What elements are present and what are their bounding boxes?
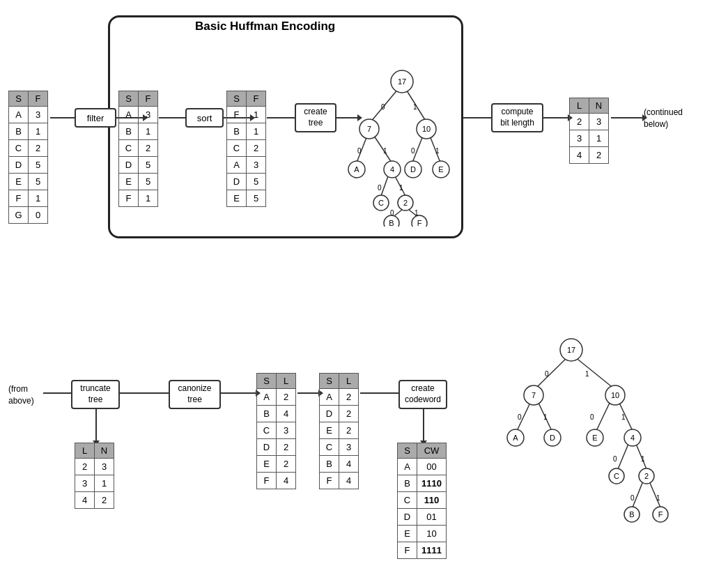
arrow-codeword-down <box>423 409 424 441</box>
filter-label: filter <box>87 113 104 123</box>
sort-label: sort <box>197 113 212 123</box>
compute-bit-length-box: computebit length <box>491 103 543 132</box>
sorted-table1-container: SF A3 B1 C2 D5 E5 F1 <box>118 91 158 207</box>
arrow-sorted2-tree <box>267 117 295 118</box>
svg-text:17: 17 <box>567 346 575 354</box>
create-tree-box: createtree <box>295 103 336 132</box>
svg-text:0: 0 <box>518 413 522 421</box>
truncate-table: LN 23 31 42 <box>75 443 114 509</box>
canonize-table1: SL A2 B4 C3 D2 E2 F4 <box>256 373 296 489</box>
sort-box: sort <box>185 108 224 128</box>
sorted-table2: SF F1 B1 C2 A3 D5 E5 <box>226 91 266 207</box>
huffman-tree-top: 0 1 0 1 0 1 0 1 0 1 17 7 10 A 4 D E C 2 … <box>341 59 456 227</box>
truncate-table-container: LN 23 31 42 <box>75 443 114 509</box>
sorted-table2-container: SF F1 B1 C2 A3 D5 E5 <box>226 91 266 207</box>
svg-text:A: A <box>354 165 359 174</box>
arrow-input-filter <box>50 117 75 118</box>
input-table-container: SF A3 B1 C2 D5 E5 F1 G0 <box>8 91 48 224</box>
svg-text:1: 1 <box>585 370 589 378</box>
svg-line-43 <box>575 357 614 389</box>
from-above-label: (fromabove) <box>8 383 34 407</box>
svg-text:1: 1 <box>621 413 626 421</box>
arrow-canonize-tables <box>221 392 256 394</box>
svg-text:A: A <box>513 434 518 442</box>
svg-text:1: 1 <box>399 184 403 192</box>
arrow-canonize2-codeword <box>360 392 398 394</box>
svg-text:D: D <box>550 434 555 442</box>
svg-text:0: 0 <box>590 413 594 421</box>
svg-line-46 <box>596 401 610 431</box>
truncate-tree-box: truncatetree <box>71 380 120 409</box>
svg-text:0: 0 <box>613 455 617 463</box>
arrow-compute-output <box>543 117 568 118</box>
svg-text:7: 7 <box>532 391 536 399</box>
svg-text:B: B <box>629 510 634 519</box>
svg-text:0: 0 <box>381 103 385 111</box>
svg-text:4: 4 <box>630 434 635 442</box>
create-codeword-box: createcodeword <box>398 380 447 409</box>
output-table-top-container: LN 23 31 42 <box>569 98 609 164</box>
canonize-tree-box: canonizetree <box>169 380 221 409</box>
svg-text:1: 1 <box>435 147 440 155</box>
input-table: SF A3 B1 C2 D5 E5 F1 G0 <box>8 91 48 224</box>
svg-text:1: 1 <box>413 103 417 111</box>
svg-line-47 <box>619 401 633 431</box>
svg-text:C: C <box>378 199 384 207</box>
arrow-output-continued <box>611 117 642 118</box>
svg-text:2: 2 <box>644 472 649 480</box>
big-box-title: Basic Huffman Encoding <box>195 20 335 33</box>
output-table-top: LN 23 31 42 <box>569 98 609 164</box>
svg-text:C: C <box>614 472 619 480</box>
svg-text:10: 10 <box>611 391 619 399</box>
svg-text:D: D <box>410 165 416 174</box>
arrow-bigbox-compute <box>463 117 491 118</box>
svg-text:7: 7 <box>367 125 371 133</box>
arrow-between-canonize <box>297 392 318 394</box>
sorted-table1: SF A3 B1 C2 D5 E5 F1 <box>118 91 158 207</box>
arrow-truncate-down <box>95 409 97 441</box>
continued-label: (continuedbelow) <box>644 107 683 130</box>
huffman-tree-bottom: 0 1 0 1 0 1 0 1 0 1 17 7 10 A D E 4 C 2 … <box>488 335 669 572</box>
svg-text:17: 17 <box>398 77 406 86</box>
svg-text:0: 0 <box>411 147 415 155</box>
arrow-sorted1-sort <box>159 117 185 118</box>
svg-text:1: 1 <box>656 494 660 502</box>
svg-text:B: B <box>389 219 394 227</box>
svg-text:E: E <box>592 434 597 442</box>
svg-line-42 <box>535 357 568 389</box>
arrow-truncate-canonize <box>120 392 169 394</box>
svg-text:1: 1 <box>641 455 645 463</box>
canonize-table1-container: SL A2 B4 C3 D2 E2 F4 <box>256 373 296 489</box>
canonize-table2-container: SL A2 D2 E2 C3 B4 F4 <box>319 373 359 489</box>
codeword-table-container: SCW A00 B1110 C110 D01 E10 F1111 <box>397 443 447 559</box>
codeword-table: SCW A00 B1110 C110 D01 E10 F1111 <box>397 443 447 559</box>
svg-text:0: 0 <box>545 370 549 378</box>
filter-box: filter <box>75 108 116 128</box>
svg-text:2: 2 <box>403 199 408 207</box>
svg-line-48 <box>618 444 628 469</box>
svg-text:10: 10 <box>422 125 431 133</box>
svg-text:E: E <box>438 165 443 174</box>
svg-text:0: 0 <box>378 184 382 192</box>
svg-text:0: 0 <box>357 147 362 155</box>
canonize-table2: SL A2 D2 E2 C3 B4 F4 <box>319 373 359 489</box>
svg-text:F: F <box>658 510 663 519</box>
svg-text:1: 1 <box>543 413 548 421</box>
svg-text:1: 1 <box>383 147 387 155</box>
svg-text:4: 4 <box>390 165 394 174</box>
svg-line-6 <box>381 176 388 196</box>
svg-text:F: F <box>417 219 422 227</box>
main-container: Basic Huffman Encoding SF A3 B1 C2 D5 E5… <box>0 0 728 582</box>
svg-text:0: 0 <box>630 494 635 502</box>
arrow-from-above <box>43 392 71 394</box>
